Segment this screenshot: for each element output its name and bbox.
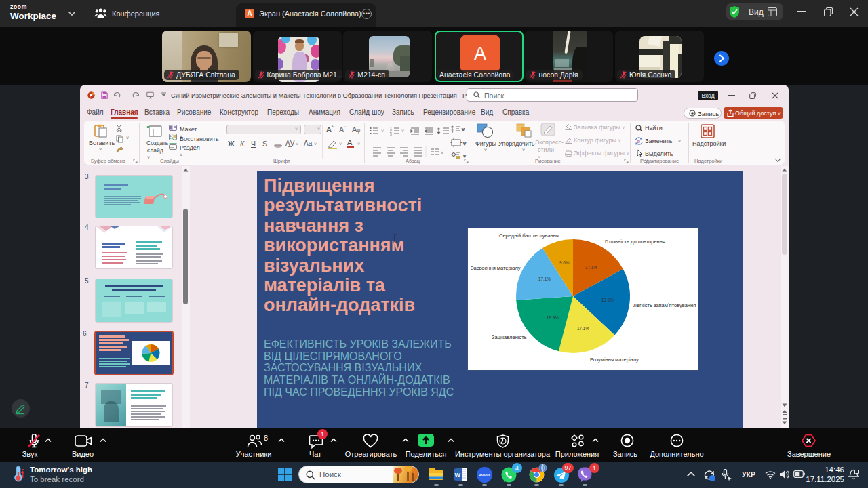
svg-text:9.0%: 9.0% xyxy=(559,260,570,265)
svg-text:˅: ˅ xyxy=(462,127,465,132)
svg-text:Середній бал тестування: Середній бал тестування xyxy=(499,232,559,239)
svg-text:17.1%: 17.1% xyxy=(577,326,589,331)
svg-text:Легкість запамʼятовування: Легкість запамʼятовування xyxy=(633,302,696,308)
svg-text:Зацікавленість: Зацікавленість xyxy=(492,334,527,340)
svg-text:Розуміння матеріалу: Розуміння матеріалу xyxy=(590,357,639,363)
svg-text:˅: ˅ xyxy=(463,154,466,159)
svg-text:Готовність до повторення: Готовність до повторення xyxy=(605,239,665,245)
svg-text:˅: ˅ xyxy=(441,150,443,155)
svg-text:Засвоєння матеріалу: Засвоєння матеріалу xyxy=(471,265,521,271)
svg-text:˅: ˅ xyxy=(463,142,466,146)
svg-text:17.1%: 17.1% xyxy=(585,265,597,270)
svg-text:19.9%: 19.9% xyxy=(601,298,614,302)
svg-text:b: b xyxy=(637,139,640,144)
svg-text:17.1%: 17.1% xyxy=(538,277,551,281)
svg-text:19.9%: 19.9% xyxy=(547,315,559,320)
svg-text:˅: ˅ xyxy=(381,129,384,134)
svg-text:W: W xyxy=(455,472,461,479)
svg-text:3: 3 xyxy=(390,132,392,136)
svg-text:˅: ˅ xyxy=(401,129,404,134)
